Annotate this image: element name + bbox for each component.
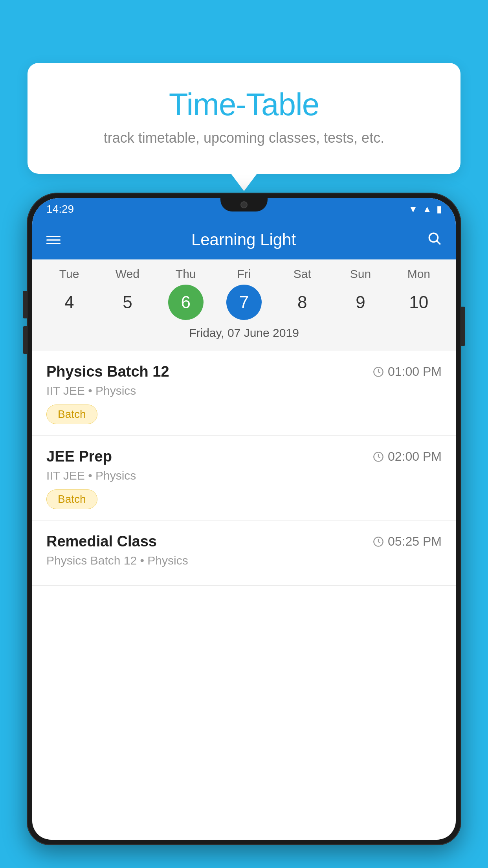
menu-button[interactable] [46, 234, 61, 246]
day-numbers: 4 5 6 7 8 9 10 [32, 285, 456, 320]
day-headers: Tue Wed Thu Fri Sat Sun Mon [32, 267, 456, 281]
signal-icon: ▲ [422, 204, 432, 215]
svg-line-1 [437, 241, 440, 245]
phone-screen: 14:29 ▼ ▲ ▮ Learning Light [32, 198, 456, 840]
svg-point-0 [429, 233, 438, 242]
calendar-day-8[interactable]: 8 [284, 285, 320, 320]
clock-icon-2 [373, 451, 384, 462]
schedule-title-1: Physics Batch 12 [46, 363, 169, 380]
app-title: Learning Light [61, 230, 427, 249]
schedule-subtitle-2: IIT JEE • Physics [46, 469, 442, 482]
schedule-item-jee-prep[interactable]: JEE Prep 02:00 PM IIT JEE • Physics Batc… [32, 436, 456, 520]
day-header-mon: Mon [390, 267, 448, 281]
day-header-fri: Fri [215, 267, 273, 281]
day-header-sun: Sun [331, 267, 389, 281]
schedule-list: Physics Batch 12 01:00 PM IIT JEE • Phys… [32, 351, 456, 586]
schedule-subtitle-1: IIT JEE • Physics [46, 384, 442, 397]
status-time: 14:29 [46, 203, 74, 215]
schedule-item-header-2: JEE Prep 02:00 PM [46, 448, 442, 465]
schedule-item-header-3: Remedial Class 05:25 PM [46, 533, 442, 550]
tooltip-card: Time-Table track timetable, upcoming cla… [28, 63, 460, 174]
schedule-title-2: JEE Prep [46, 448, 112, 465]
calendar-day-9[interactable]: 9 [343, 285, 378, 320]
search-button[interactable] [427, 231, 442, 249]
calendar-day-10[interactable]: 10 [401, 285, 437, 320]
calendar-day-7-selected[interactable]: 7 [226, 285, 262, 320]
battery-icon: ▮ [437, 204, 442, 215]
phone-frame: 14:29 ▼ ▲ ▮ Learning Light [27, 193, 461, 845]
notch [220, 198, 268, 211]
tooltip-subtitle: track timetable, upcoming classes, tests… [51, 130, 437, 146]
schedule-subtitle-3: Physics Batch 12 • Physics [46, 554, 442, 567]
calendar-day-5[interactable]: 5 [110, 285, 145, 320]
tooltip-title: Time-Table [51, 86, 437, 123]
day-header-sat: Sat [273, 267, 331, 281]
batch-badge-2: Batch [46, 489, 97, 509]
schedule-title-3: Remedial Class [46, 533, 157, 550]
schedule-time-1: 01:00 PM [373, 364, 442, 379]
schedule-item-physics-batch-12[interactable]: Physics Batch 12 01:00 PM IIT JEE • Phys… [32, 351, 456, 436]
phone-wrapper: 14:29 ▼ ▲ ▮ Learning Light [27, 193, 461, 868]
status-icons: ▼ ▲ ▮ [408, 204, 442, 215]
schedule-time-3: 05:25 PM [373, 534, 442, 549]
volume-button-down [23, 326, 27, 354]
selected-date-label: Friday, 07 June 2019 [32, 320, 456, 347]
schedule-time-2: 02:00 PM [373, 449, 442, 464]
day-header-tue: Tue [40, 267, 98, 281]
calendar-strip: Tue Wed Thu Fri Sat Sun Mon 4 5 6 7 8 9 … [32, 259, 456, 351]
volume-button-up [23, 291, 27, 318]
calendar-day-4[interactable]: 4 [51, 285, 87, 320]
schedule-item-header: Physics Batch 12 01:00 PM [46, 363, 442, 380]
power-button [461, 307, 465, 346]
clock-icon-3 [373, 536, 384, 547]
front-camera [240, 201, 248, 208]
day-header-thu: Thu [157, 267, 215, 281]
day-header-wed: Wed [98, 267, 156, 281]
calendar-day-6-today[interactable]: 6 [168, 285, 204, 320]
wifi-icon: ▼ [408, 204, 418, 215]
app-bar: Learning Light [32, 220, 456, 259]
batch-badge-1: Batch [46, 405, 97, 424]
clock-icon-1 [373, 366, 384, 377]
schedule-item-remedial[interactable]: Remedial Class 05:25 PM Physics Batch 12… [32, 520, 456, 586]
